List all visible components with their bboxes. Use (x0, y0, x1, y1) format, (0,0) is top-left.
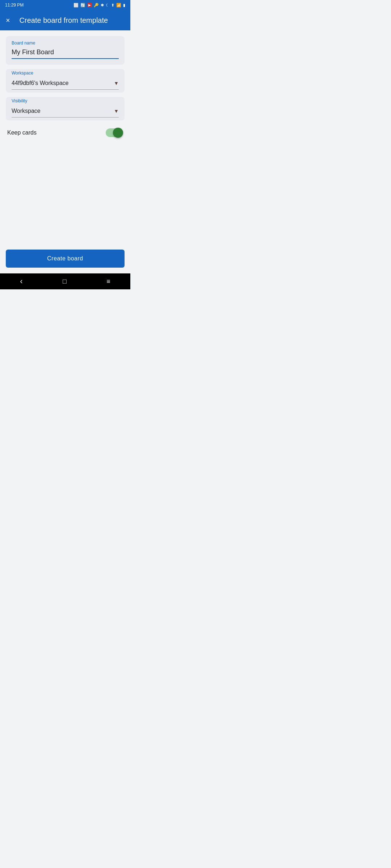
battery-full-icon: ▮ (123, 3, 125, 8)
board-name-input[interactable] (12, 47, 119, 59)
keep-cards-label: Keep cards (7, 129, 37, 136)
visibility-chevron-icon: ▼ (114, 108, 119, 114)
keep-cards-row: Keep cards (6, 120, 125, 144)
nav-bar: ‹ □ ≡ (0, 273, 130, 289)
workspace-label: Workspace (12, 71, 119, 76)
visibility-value: Workspace (12, 108, 41, 114)
signal-icon: ⬆ (111, 3, 114, 8)
app-bar: × Create board from template (0, 10, 130, 30)
key-icon: 🔑 (94, 3, 99, 8)
close-button[interactable]: × (6, 17, 10, 24)
rotate-icon: 🔄 (80, 3, 85, 8)
moon-icon: ☾ (106, 3, 109, 8)
workspace-section: Workspace 44f9dbf6's Workspace ▼ (6, 69, 125, 93)
board-name-label: Board name (12, 41, 119, 46)
wifi-icon: 📶 (116, 3, 121, 8)
battery-red-icon: ▶ (87, 3, 92, 7)
toggle-thumb (113, 128, 123, 138)
visibility-dropdown[interactable]: Workspace ▼ (12, 105, 119, 118)
camera-icon: ⬜ (73, 3, 79, 8)
workspace-dropdown[interactable]: 44f9dbf6's Workspace ▼ (12, 77, 119, 90)
workspace-chevron-icon: ▼ (114, 80, 119, 86)
home-icon[interactable]: □ (63, 278, 67, 285)
visibility-label: Visibility (12, 98, 119, 103)
bluetooth-icon: ✱ (101, 3, 104, 8)
app-bar-title: Create board from template (16, 16, 112, 25)
workspace-value: 44f9dbf6's Workspace (12, 80, 69, 86)
main-content: Board name Workspace 44f9dbf6's Workspac… (0, 30, 130, 273)
scroll-area: Board name Workspace 44f9dbf6's Workspac… (0, 30, 130, 244)
board-name-card: Board name (6, 36, 125, 65)
create-board-button[interactable]: Create board (6, 250, 125, 268)
back-icon[interactable]: ‹ (20, 277, 22, 286)
visibility-card: Visibility Workspace ▼ (6, 97, 125, 120)
bottom-area: Create board (0, 244, 130, 273)
status-time: 11:29 PM (5, 3, 24, 8)
status-bar: 11:29 PM ⬜ 🔄 ▶ 🔑 ✱ ☾ ⬆ 📶 ▮ (0, 0, 130, 10)
keep-cards-toggle[interactable] (106, 128, 123, 138)
status-icons: ⬜ 🔄 ▶ 🔑 ✱ ☾ ⬆ 📶 ▮ (73, 3, 125, 8)
menu-icon[interactable]: ≡ (106, 278, 110, 285)
page: 11:29 PM ⬜ 🔄 ▶ 🔑 ✱ ☾ ⬆ 📶 ▮ × Create boar… (0, 0, 130, 289)
